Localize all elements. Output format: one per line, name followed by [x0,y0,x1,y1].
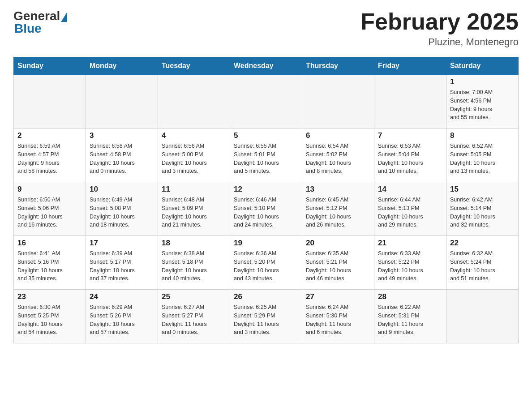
calendar-week-4: 16Sunrise: 6:41 AM Sunset: 5:16 PM Dayli… [14,236,519,290]
day-info: Sunrise: 6:35 AM Sunset: 5:21 PM Dayligh… [306,249,370,283]
logo-triangle-icon [61,12,67,22]
calendar-cell [302,75,374,128]
day-number: 9 [17,185,82,194]
weekday-header-wednesday: Wednesday [230,57,302,75]
day-info: Sunrise: 6:50 AM Sunset: 5:06 PM Dayligh… [17,196,82,229]
day-info: Sunrise: 6:25 AM Sunset: 5:29 PM Dayligh… [234,303,298,337]
day-number: 8 [450,131,515,140]
day-info: Sunrise: 6:53 AM Sunset: 5:04 PM Dayligh… [378,142,442,176]
calendar-cell: 6Sunrise: 6:54 AM Sunset: 5:02 PM Daylig… [302,128,374,182]
day-info: Sunrise: 6:49 AM Sunset: 5:08 PM Dayligh… [90,196,154,229]
day-number: 21 [378,239,442,248]
day-info: Sunrise: 6:38 AM Sunset: 5:18 PM Dayligh… [162,249,226,283]
day-info: Sunrise: 6:29 AM Sunset: 5:26 PM Dayligh… [90,303,154,337]
day-info: Sunrise: 6:32 AM Sunset: 5:24 PM Dayligh… [450,249,515,283]
day-number: 11 [162,185,226,194]
calendar-cell: 23Sunrise: 6:30 AM Sunset: 5:25 PM Dayli… [14,290,86,343]
calendar-cell: 17Sunrise: 6:39 AM Sunset: 5:17 PM Dayli… [86,236,158,290]
day-number: 23 [17,292,82,301]
weekday-header-friday: Friday [374,57,446,75]
day-number: 22 [450,239,515,248]
calendar-cell: 26Sunrise: 6:25 AM Sunset: 5:29 PM Dayli… [230,290,302,343]
calendar-cell [374,75,446,128]
weekday-header-thursday: Thursday [302,57,374,75]
calendar-cell: 21Sunrise: 6:33 AM Sunset: 5:22 PM Dayli… [374,236,446,290]
calendar-cell: 11Sunrise: 6:48 AM Sunset: 5:09 PM Dayli… [158,182,230,236]
weekday-header-saturday: Saturday [446,57,519,75]
weekday-header-sunday: Sunday [14,57,86,75]
calendar-cell: 28Sunrise: 6:22 AM Sunset: 5:31 PM Dayli… [374,290,446,343]
title-section: February 2025 Pluzine, Montenegro [360,9,519,48]
day-number: 5 [234,131,298,140]
day-number: 14 [378,185,442,194]
calendar-cell: 19Sunrise: 6:36 AM Sunset: 5:20 PM Dayli… [230,236,302,290]
day-info: Sunrise: 6:24 AM Sunset: 5:30 PM Dayligh… [306,303,370,337]
day-info: Sunrise: 6:55 AM Sunset: 5:01 PM Dayligh… [234,142,298,176]
calendar-cell: 27Sunrise: 6:24 AM Sunset: 5:30 PM Dayli… [302,290,374,343]
calendar-cell: 12Sunrise: 6:46 AM Sunset: 5:10 PM Dayli… [230,182,302,236]
day-number: 4 [162,131,226,140]
day-info: Sunrise: 6:44 AM Sunset: 5:13 PM Dayligh… [378,196,442,229]
day-info: Sunrise: 6:42 AM Sunset: 5:14 PM Dayligh… [450,196,515,229]
calendar-cell [446,290,519,343]
calendar-cell: 8Sunrise: 6:52 AM Sunset: 5:05 PM Daylig… [446,128,519,182]
page-header: General Blue February 2025 Pluzine, Mont… [13,9,519,48]
calendar-cell [230,75,302,128]
calendar-cell: 20Sunrise: 6:35 AM Sunset: 5:21 PM Dayli… [302,236,374,290]
location: Pluzine, Montenegro [360,36,519,48]
day-info: Sunrise: 6:22 AM Sunset: 5:31 PM Dayligh… [378,303,442,337]
day-number: 6 [306,131,370,140]
day-info: Sunrise: 6:54 AM Sunset: 5:02 PM Dayligh… [306,142,370,176]
calendar-cell [86,75,158,128]
day-info: Sunrise: 7:00 AM Sunset: 4:56 PM Dayligh… [450,88,515,122]
calendar-cell: 1Sunrise: 7:00 AM Sunset: 4:56 PM Daylig… [446,75,519,128]
calendar-cell: 18Sunrise: 6:38 AM Sunset: 5:18 PM Dayli… [158,236,230,290]
day-info: Sunrise: 6:41 AM Sunset: 5:16 PM Dayligh… [17,249,82,283]
logo-blue-text: Blue [14,21,42,36]
day-number: 27 [306,292,370,301]
calendar-cell: 3Sunrise: 6:58 AM Sunset: 4:58 PM Daylig… [86,128,158,182]
day-info: Sunrise: 6:46 AM Sunset: 5:10 PM Dayligh… [234,196,298,229]
calendar-cell: 5Sunrise: 6:55 AM Sunset: 5:01 PM Daylig… [230,128,302,182]
calendar-cell: 25Sunrise: 6:27 AM Sunset: 5:27 PM Dayli… [158,290,230,343]
calendar-cell: 7Sunrise: 6:53 AM Sunset: 5:04 PM Daylig… [374,128,446,182]
day-number: 13 [306,185,370,194]
day-number: 15 [450,185,515,194]
calendar-cell: 16Sunrise: 6:41 AM Sunset: 5:16 PM Dayli… [14,236,86,290]
day-number: 3 [90,131,154,140]
day-number: 18 [162,239,226,248]
calendar-cell: 2Sunrise: 6:59 AM Sunset: 4:57 PM Daylig… [14,128,86,182]
day-number: 17 [90,239,154,248]
calendar-cell: 24Sunrise: 6:29 AM Sunset: 5:26 PM Dayli… [86,290,158,343]
day-number: 16 [17,239,82,248]
calendar-cell [14,75,86,128]
day-info: Sunrise: 6:56 AM Sunset: 5:00 PM Dayligh… [162,142,226,176]
day-number: 20 [306,239,370,248]
day-info: Sunrise: 6:48 AM Sunset: 5:09 PM Dayligh… [162,196,226,229]
day-number: 25 [162,292,226,301]
calendar-cell: 4Sunrise: 6:56 AM Sunset: 5:00 PM Daylig… [158,128,230,182]
calendar-cell: 14Sunrise: 6:44 AM Sunset: 5:13 PM Dayli… [374,182,446,236]
logo: General Blue [13,9,67,36]
day-number: 7 [378,131,442,140]
calendar-cell: 10Sunrise: 6:49 AM Sunset: 5:08 PM Dayli… [86,182,158,236]
day-number: 26 [234,292,298,301]
calendar-cell [158,75,230,128]
day-info: Sunrise: 6:33 AM Sunset: 5:22 PM Dayligh… [378,249,442,283]
day-info: Sunrise: 6:58 AM Sunset: 4:58 PM Dayligh… [90,142,154,176]
day-number: 1 [450,77,515,86]
weekday-header-row: SundayMondayTuesdayWednesdayThursdayFrid… [14,57,519,75]
calendar-cell: 22Sunrise: 6:32 AM Sunset: 5:24 PM Dayli… [446,236,519,290]
month-title: February 2025 [360,9,519,34]
day-number: 28 [378,292,442,301]
calendar-week-5: 23Sunrise: 6:30 AM Sunset: 5:25 PM Dayli… [14,290,519,343]
weekday-header-tuesday: Tuesday [158,57,230,75]
day-number: 10 [90,185,154,194]
day-number: 2 [17,131,82,140]
day-info: Sunrise: 6:45 AM Sunset: 5:12 PM Dayligh… [306,196,370,229]
day-number: 19 [234,239,298,248]
day-info: Sunrise: 6:59 AM Sunset: 4:57 PM Dayligh… [17,142,82,176]
day-info: Sunrise: 6:52 AM Sunset: 5:05 PM Dayligh… [450,142,515,176]
day-info: Sunrise: 6:30 AM Sunset: 5:25 PM Dayligh… [17,303,82,337]
calendar-table: SundayMondayTuesdayWednesdayThursdayFrid… [13,57,519,343]
